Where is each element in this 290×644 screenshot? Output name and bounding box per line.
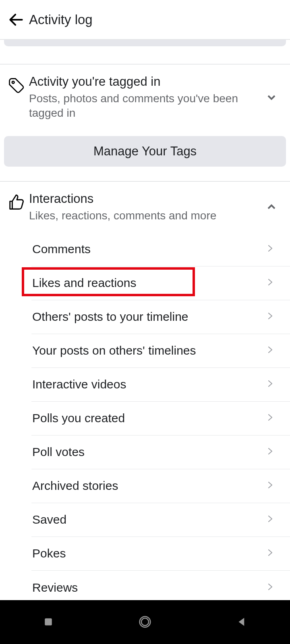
triangle-left-icon: [236, 616, 248, 628]
section-tagged[interactable]: Activity you're tagged in Posts, photos …: [0, 64, 290, 130]
header: Activity log: [0, 0, 290, 40]
chevron-up-icon: [260, 200, 283, 213]
list-item[interactable]: Archived stories: [31, 469, 290, 503]
chevron-right-icon: [265, 446, 275, 458]
list-item[interactable]: Polls you created: [31, 402, 290, 436]
list-item-label: Polls you created: [32, 411, 125, 425]
chevron-right-icon: [265, 480, 275, 491]
list-item[interactable]: Reviews: [31, 571, 290, 600]
chevron-right-icon: [265, 514, 275, 525]
home-button[interactable]: [133, 610, 157, 634]
list-item-label: Comments: [32, 242, 91, 256]
list-item-label: Reviews: [32, 581, 78, 594]
back-nav-button[interactable]: [230, 610, 254, 634]
list-item-label: Saved: [32, 513, 66, 526]
list-item-label: Pokes: [32, 547, 66, 560]
list-item[interactable]: Interactive videos: [31, 368, 290, 402]
tag-icon: [7, 76, 25, 93]
list-item-label: Interactive videos: [32, 378, 126, 391]
chevron-right-icon: [265, 379, 275, 390]
page-title: Activity log: [29, 12, 93, 27]
recent-apps-button[interactable]: [36, 610, 60, 634]
list-item[interactable]: Pokes: [31, 537, 290, 571]
section-description: Likes, reactions, comments and more: [29, 208, 260, 223]
section-title: Interactions: [29, 191, 260, 207]
list-item[interactable]: Your posts on others' timelines: [31, 334, 290, 368]
android-nav-bar: [0, 600, 290, 644]
previous-section-button-peek[interactable]: [4, 40, 286, 46]
svg-point-0: [12, 81, 14, 84]
back-button[interactable]: [6, 10, 26, 29]
section-interactions[interactable]: Interactions Likes, reactions, comments …: [0, 182, 290, 233]
list-item-label: Your posts on others' timelines: [32, 344, 196, 357]
section-title: Activity you're tagged in: [29, 74, 260, 90]
chevron-right-icon: [265, 277, 275, 289]
chevron-right-icon: [265, 413, 275, 424]
list-item-label: Others' posts to your timeline: [32, 310, 188, 324]
section-description: Posts, photos and comments you've been t…: [29, 91, 260, 121]
circle-icon: [137, 614, 153, 630]
list-item-label: Archived stories: [32, 479, 118, 493]
manage-tags-button[interactable]: Manage Your Tags: [4, 136, 286, 167]
list-item[interactable]: Poll votes: [31, 436, 290, 469]
chevron-right-icon: [265, 548, 275, 559]
list-item-label: Likes and reactions: [32, 276, 137, 290]
list-item[interactable]: Comments: [31, 233, 290, 266]
svg-point-3: [141, 618, 149, 625]
square-icon: [42, 616, 54, 628]
svg-rect-1: [45, 619, 52, 626]
list-item[interactable]: Others' posts to your timeline: [31, 300, 290, 334]
chevron-right-icon: [265, 244, 275, 255]
interactions-list: CommentsLikes and reactionsOthers' posts…: [31, 233, 290, 600]
list-item-label: Poll votes: [32, 445, 85, 459]
list-item[interactable]: Saved: [31, 503, 290, 537]
arrow-left-icon: [7, 11, 25, 29]
chevron-right-icon: [265, 582, 275, 593]
chevron-right-icon: [265, 311, 275, 322]
like-icon: [7, 193, 25, 211]
chevron-right-icon: [265, 345, 275, 356]
chevron-down-icon: [260, 91, 283, 104]
list-item[interactable]: Likes and reactions: [31, 266, 290, 300]
